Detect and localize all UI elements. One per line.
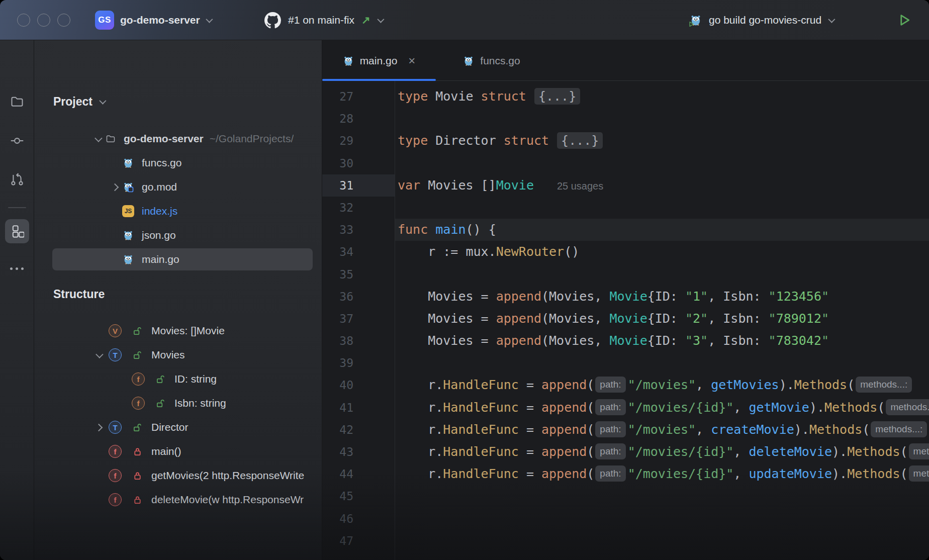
minimize-window-button[interactable] <box>37 14 50 27</box>
line-number[interactable]: 34 <box>322 241 395 263</box>
code-line[interactable]: 45 <box>322 485 929 507</box>
line-number[interactable]: 45 <box>322 485 395 507</box>
token-pl: ). <box>832 466 847 481</box>
token-inlay: path: <box>595 465 625 482</box>
line-number[interactable]: 42 <box>322 419 395 441</box>
line-number[interactable]: 29 <box>322 130 395 152</box>
run-config-widget[interactable]: go build go-movies-crud <box>690 0 833 40</box>
structure-item-ID-string[interactable]: fID: string <box>34 367 322 391</box>
token-pl: () { <box>466 222 496 237</box>
code-line[interactable]: 37 Movies = append(Movies, Movie{ID: "2"… <box>322 308 929 330</box>
code-line[interactable]: 39 <box>322 352 929 374</box>
run-button[interactable] <box>897 0 912 40</box>
tool-structure-button[interactable] <box>5 219 29 243</box>
code-line[interactable]: 29type Director struct {...} <box>322 130 929 152</box>
code-line[interactable]: 42 r.HandleFunc = append(path:"/movies",… <box>322 419 929 441</box>
tab-main-go[interactable]: main.go × <box>322 40 436 81</box>
line-number[interactable]: 27 <box>322 85 395 108</box>
structure-item-getMovies-2-http-ResponseWrite[interactable]: fgetMovies(2 http.ResponseWrite <box>34 463 322 488</box>
tree-item-index.js[interactable]: JSindex.js <box>34 199 322 223</box>
project-switcher[interactable]: GS go-demo-server <box>95 0 211 40</box>
line-number[interactable]: 40 <box>322 374 395 396</box>
structure-item-Director[interactable]: TDirector <box>34 415 322 439</box>
chevron-slot <box>94 425 104 430</box>
structure-item-Movies-Movie[interactable]: VMovies: []Movie <box>34 319 322 343</box>
code-line[interactable]: 30 <box>322 152 929 174</box>
code-line[interactable]: 38 Movies = append(Movies, Movie{ID: "3"… <box>322 330 929 352</box>
chevron-right-icon[interactable] <box>95 423 103 431</box>
chevron-right-icon[interactable] <box>111 183 119 191</box>
structure-item-Isbn-string[interactable]: fIsbn: string <box>34 391 322 415</box>
line-number[interactable]: 35 <box>322 263 395 286</box>
token-kw: append <box>496 311 541 326</box>
structure-list: VMovies: []MovieTMoviesfID: stringfIsbn:… <box>34 319 322 512</box>
line-number[interactable]: 33 <box>322 219 395 241</box>
code-line[interactable]: 36 Movies = append(Movies, Movie{ID: "1"… <box>322 286 929 308</box>
code-line[interactable]: 28 <box>322 108 929 130</box>
tool-project-button[interactable] <box>5 89 29 114</box>
code-line[interactable]: 27type Movie struct {...} <box>322 85 929 108</box>
token-inlay: methods...: <box>886 399 929 415</box>
line-number[interactable]: 31 <box>322 174 395 197</box>
tool-more-button[interactable] <box>5 256 29 281</box>
token-kw: struct <box>504 133 549 148</box>
structure-item-Movies[interactable]: TMovies <box>34 343 322 367</box>
tool-commit-button[interactable] <box>5 129 29 153</box>
tool-pull-requests-button[interactable] <box>5 167 29 192</box>
code-line[interactable]: 35 <box>322 263 929 286</box>
line-number[interactable]: 47 <box>322 530 395 552</box>
line-number[interactable]: 36 <box>322 286 395 308</box>
close-window-button[interactable] <box>17 14 30 27</box>
tree-item-funcs.go[interactable]: funcs.go <box>34 151 322 175</box>
editor-body[interactable]: 27type Movie struct {...}2829type Direct… <box>322 81 929 560</box>
structure-item-deleteMovie-w-http-ResponseWr[interactable]: fdeleteMovie(w http.ResponseWr <box>34 488 322 512</box>
go-file-icon <box>463 55 474 66</box>
code-line[interactable]: 44 r.HandleFunc = append(path:"/movies/{… <box>322 463 929 485</box>
chevron-down-icon[interactable] <box>96 350 104 358</box>
structure-item-label: ID: string <box>174 373 217 385</box>
zoom-window-button[interactable] <box>57 14 70 27</box>
code-line[interactable]: 34 r := mux.NewRouter() <box>322 241 929 263</box>
code-line[interactable]: 43 r.HandleFunc = append(path:"/movies/{… <box>322 441 929 463</box>
close-icon[interactable]: × <box>408 55 415 67</box>
token-kw: struct <box>481 89 526 104</box>
line-number[interactable]: 37 <box>322 308 395 330</box>
code-line[interactable]: 33func main() { <box>322 219 929 241</box>
tree-item-go-demo-server[interactable]: go-demo-server~/GolandProjects/ <box>34 127 322 151</box>
line-number[interactable]: 38 <box>322 330 395 352</box>
editor-tab-bar: main.go × funcs.go <box>322 40 929 81</box>
tree-item-go.mod[interactable]: go.mod <box>34 175 322 199</box>
tree-item-main.go[interactable]: main.go <box>34 247 322 271</box>
tab-funcs-go[interactable]: funcs.go <box>436 40 547 81</box>
code-line[interactable]: 47 <box>322 530 929 552</box>
vcs-widget[interactable]: #1 on main-fix ↗ <box>264 0 383 40</box>
token-pl: ( <box>900 444 908 459</box>
line-number[interactable]: 46 <box>322 508 395 530</box>
project-switcher-label: go-demo-server <box>120 14 200 26</box>
line-number[interactable]: 32 <box>322 197 395 219</box>
project-panel-header[interactable]: Project <box>53 90 105 113</box>
chevron-down-icon[interactable] <box>95 134 103 142</box>
code-line[interactable]: 31var Movies []Movie25 usages <box>322 174 929 197</box>
line-number[interactable]: 41 <box>322 397 395 419</box>
code-line[interactable]: 40 r.HandleFunc = append(path:"/movies",… <box>322 374 929 396</box>
line-number[interactable]: 30 <box>322 152 395 174</box>
token-st: "/movies" <box>628 422 696 437</box>
token-pl: r := mux. <box>398 244 496 259</box>
code-line[interactable]: 32 <box>322 197 929 219</box>
line-number[interactable]: 44 <box>322 463 395 485</box>
token-st: " <box>821 289 829 304</box>
code-line[interactable]: 41 r.HandleFunc = append(path:"/movies/{… <box>322 397 929 419</box>
code-line[interactable]: 46 <box>322 508 929 530</box>
structure-item-main-[interactable]: fmain() <box>34 439 322 463</box>
ide-window: GS go-demo-server #1 on main-fix ↗ go bu… <box>0 0 929 560</box>
folder-icon <box>106 134 116 144</box>
code-text: Movies = append(Movies, Movie{ID: "1", I… <box>395 286 929 308</box>
project-header-label: Project <box>53 95 92 109</box>
outgoing-commits-icon: ↗ <box>361 14 370 26</box>
tree-item-json.go[interactable]: json.go <box>34 223 322 247</box>
line-number[interactable]: 43 <box>322 441 395 463</box>
lock-closed-icon <box>133 471 142 481</box>
line-number[interactable]: 28 <box>322 108 395 130</box>
line-number[interactable]: 39 <box>322 352 395 374</box>
